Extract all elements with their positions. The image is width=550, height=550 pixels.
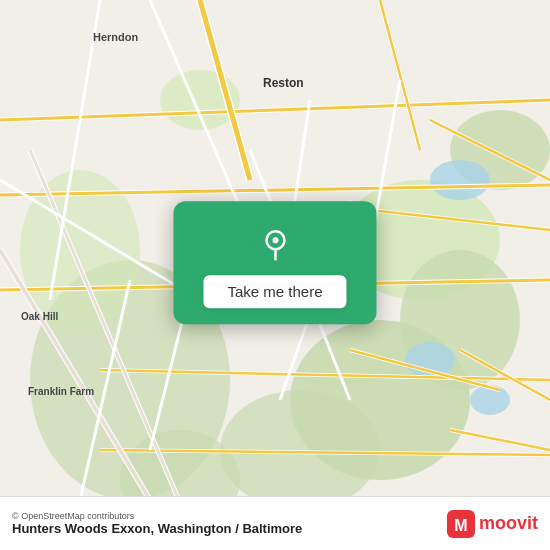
moovit-logo: M moovit bbox=[447, 510, 538, 538]
svg-point-12 bbox=[470, 385, 510, 415]
svg-text:M: M bbox=[454, 517, 467, 534]
location-pin-icon bbox=[253, 221, 297, 265]
map-container: Herndon Reston Oak Hill Franklin Farm VA… bbox=[0, 0, 550, 550]
svg-point-52 bbox=[272, 237, 278, 243]
bottom-bar: © OpenStreetMap contributors Hunters Woo… bbox=[0, 496, 550, 550]
bottom-left-info: © OpenStreetMap contributors Hunters Woo… bbox=[12, 511, 302, 536]
popup-card: Take me there bbox=[173, 201, 376, 324]
svg-point-10 bbox=[430, 160, 490, 200]
take-me-there-button[interactable]: Take me there bbox=[203, 275, 346, 308]
osm-attribution: © OpenStreetMap contributors bbox=[12, 511, 302, 521]
oak-hill-label: Oak Hill bbox=[18, 310, 61, 323]
franklin-farm-label: Franklin Farm bbox=[25, 385, 97, 398]
moovit-text: moovit bbox=[479, 513, 538, 534]
moovit-icon: M bbox=[447, 510, 475, 538]
herndon-label: Herndon bbox=[90, 30, 141, 44]
reston-label: Reston bbox=[260, 75, 307, 91]
location-name: Hunters Woods Exxon, Washington / Baltim… bbox=[12, 521, 302, 536]
